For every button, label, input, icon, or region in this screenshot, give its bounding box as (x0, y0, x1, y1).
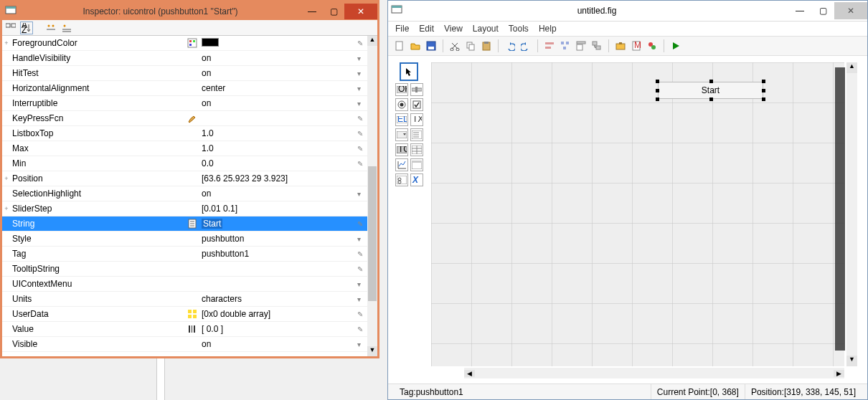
property-row-tooltipstring[interactable]: TooltipString✎ (2, 262, 367, 277)
selection-handle[interactable] (762, 80, 765, 83)
selection-handle[interactable] (762, 89, 765, 92)
property-row-listboxtop[interactable]: ListboxTop1.0✎ (2, 126, 367, 141)
property-value[interactable]: on (199, 189, 357, 199)
edit-icon[interactable]: ✎ (357, 265, 367, 273)
palette-activex-button[interactable]: X (410, 173, 423, 186)
open-button[interactable] (408, 39, 423, 53)
property-value[interactable]: 1.0 (199, 128, 357, 138)
tab-order-button[interactable] (590, 39, 604, 53)
menu-view[interactable]: View (444, 24, 463, 34)
pushbutton-start[interactable]: Start (658, 82, 763, 99)
distribute-button[interactable] (558, 39, 572, 53)
copy-button[interactable] (463, 39, 478, 53)
property-row-value[interactable]: Value[ 0.0 ]✎ (2, 322, 367, 337)
property-row-sliderstep[interactable]: +SliderStep[0.01 0.1] (2, 201, 367, 216)
close-button[interactable]: ✕ (834, 2, 867, 19)
property-value[interactable]: on (199, 68, 357, 78)
edit-icon[interactable]: ✎ (357, 160, 367, 168)
palette-axes-button[interactable] (395, 158, 408, 171)
selection-handle[interactable] (709, 97, 713, 101)
menu-help[interactable]: Help (539, 24, 557, 34)
undo-button[interactable] (503, 39, 517, 53)
scroll-thumb[interactable] (368, 166, 377, 302)
palette-check-button[interactable] (410, 98, 423, 111)
object-button[interactable] (645, 39, 659, 53)
categorize-icon[interactable] (4, 22, 17, 34)
property-row-units[interactable]: Unitscharacters▾ (2, 292, 367, 307)
grid-icon[interactable] (186, 308, 199, 320)
mfile-button[interactable]: M (629, 39, 643, 53)
property-value[interactable]: [63.6 25.923 29 3.923] (199, 173, 357, 184)
splitter-bar[interactable] (156, 358, 165, 400)
property-row-min[interactable]: Min0.0✎ (2, 156, 367, 171)
menu-edit[interactable]: Edit (419, 24, 434, 34)
canvas-vscrollbar[interactable]: ▲ ▼ (846, 62, 857, 366)
run-button[interactable] (669, 39, 683, 53)
property-value[interactable]: pushbutton1 (199, 249, 357, 259)
redo-button[interactable] (519, 39, 533, 53)
property-value[interactable]: on (199, 98, 357, 108)
property-row-visible[interactable]: Visibleon▾ (2, 337, 367, 352)
menu-file[interactable]: File (395, 24, 409, 34)
edit-icon[interactable]: ✎ (357, 310, 367, 318)
edit-icon[interactable]: ✎ (357, 145, 367, 153)
palette-panel-button[interactable] (410, 158, 423, 171)
property-value[interactable]: Start (199, 219, 357, 229)
minimize-button[interactable]: — (301, 4, 323, 19)
edit-icon[interactable]: ✎ (357, 325, 367, 333)
brush-icon[interactable] (186, 113, 199, 125)
guide-titlebar[interactable]: untitled.fig — ▢ ✕ (388, 1, 867, 22)
property-row-userdata[interactable]: UserData[0x0 double array]✎ (2, 307, 367, 322)
property-row-keypressfcn[interactable]: KeyPressFcn✎ (2, 111, 367, 126)
edit-icon[interactable]: ✎ (357, 220, 367, 228)
inspector-titlebar[interactable]: Inspector: uicontrol (pushbutton1 "Start… (2, 2, 377, 20)
property-row-string[interactable]: StringStart✎ (2, 216, 367, 232)
property-value[interactable] (199, 38, 357, 49)
maximize-button[interactable]: ▢ (811, 2, 834, 19)
scroll-left-arrow[interactable]: ◀ (464, 370, 475, 377)
sort-az-icon[interactable]: AZ (20, 22, 33, 34)
dropdown-icon[interactable]: ▾ (357, 54, 367, 62)
inspector-vscrollbar[interactable]: ▲ ▼ (367, 36, 377, 356)
property-row-tag[interactable]: Tagpushbutton1✎ (2, 247, 367, 262)
scroll-down-arrow[interactable]: ▼ (367, 346, 377, 356)
align-button[interactable] (542, 39, 557, 53)
palette-slider-button[interactable] (410, 83, 423, 96)
property-row-position[interactable]: +Position[63.6 25.923 29 3.923] (2, 171, 367, 186)
dropdown-icon[interactable]: ▾ (357, 235, 367, 243)
new-button[interactable] (392, 39, 407, 53)
property-row-style[interactable]: Stylepushbutton▾ (2, 232, 367, 247)
property-row-max[interactable]: Max1.0✎ (2, 141, 367, 156)
property-row-interruptible[interactable]: Interruptibleon▾ (2, 96, 367, 111)
save-button[interactable] (424, 39, 438, 53)
property-row-horizontalalignment[interactable]: HorizontalAlignmentcenter▾ (2, 81, 367, 96)
property-value[interactable]: 1.0 (199, 143, 357, 153)
palette-table-button[interactable] (410, 143, 423, 156)
dropdown-icon[interactable]: ▾ (357, 295, 367, 303)
dropdown-icon[interactable]: ▾ (357, 341, 367, 348)
palette-text-button[interactable]: TXT (410, 113, 423, 126)
scroll-up-arrow[interactable]: ▲ (846, 62, 857, 73)
expand-toggle[interactable]: + (2, 175, 11, 182)
minimize-button[interactable]: — (788, 2, 811, 19)
paste-button[interactable] (479, 39, 494, 53)
palette-edit-button[interactable]: EDIT (395, 113, 408, 126)
property-value[interactable]: center (199, 83, 357, 93)
property-value[interactable]: pushbutton (199, 234, 357, 244)
property-row-hittest[interactable]: HitTeston▾ (2, 66, 367, 81)
scroll-down-arrow[interactable]: ▼ (846, 356, 857, 366)
expand-toggle[interactable]: + (2, 205, 11, 212)
property-row-foregroundcolor[interactable]: +ForegroundColor✎ (2, 36, 367, 51)
property-value[interactable]: on (199, 339, 357, 349)
dropdown-icon[interactable]: ▾ (357, 280, 367, 288)
property-value[interactable]: [0.01 0.1] (199, 204, 357, 214)
palette-toggle-button[interactable]: TGL (395, 143, 408, 156)
menu-editor-button[interactable] (574, 39, 588, 53)
layout-canvas[interactable]: Start (431, 62, 844, 366)
property-row-selectionhighlight[interactable]: SelectionHighlighton▾ (2, 186, 367, 201)
canvas-hscrollbar[interactable]: ◀ ▶ (464, 368, 844, 378)
edit-icon[interactable]: ✎ (357, 130, 367, 138)
edit-icon[interactable]: ✎ (357, 39, 367, 47)
selection-handle[interactable] (656, 89, 659, 92)
selection-handle[interactable] (709, 80, 713, 83)
